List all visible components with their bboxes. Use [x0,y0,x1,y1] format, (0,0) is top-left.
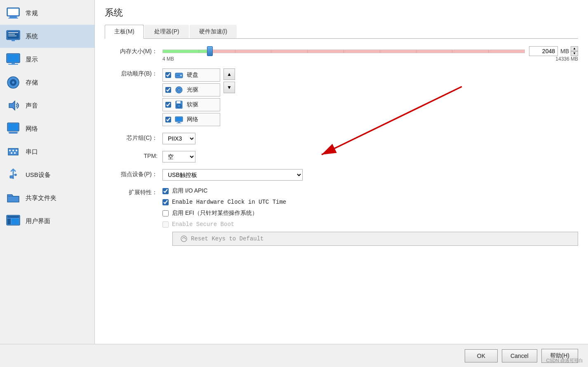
checkbox-hwclock[interactable] [162,199,169,205]
sidebar-label-usb: USB设备 [26,171,51,179]
svg-marker-47 [185,238,186,240]
tick [199,50,235,53]
tick-marks [163,50,524,53]
boot-checkbox-floppy[interactable] [165,102,171,108]
reset-keys-label: Reset Keys to Default [191,235,263,242]
boot-arrows: ▲ ▼ [223,68,235,93]
memory-row: 内存大小(M)： [105,46,578,62]
ok-button[interactable]: OK [465,349,498,362]
memory-spin-down[interactable]: ▼ [571,51,578,56]
tab-acceleration[interactable]: 硬件加速(l) [190,25,237,38]
boot-checkbox-optical[interactable] [165,87,171,93]
tick [308,50,344,53]
chipset-control: PIIX3 ICH9 [162,133,578,144]
pointing-device-control: USB触控板 PS/2鼠标 None [162,169,578,181]
boot-item-network[interactable]: 网络 [162,113,220,126]
optical-icon [174,85,183,94]
tpm-label: TPM: [105,151,162,159]
pointing-device-label: 指点设备(P)： [105,169,162,178]
pointing-device-select[interactable]: USB触控板 PS/2鼠标 None [162,169,303,181]
svg-point-21 [9,150,11,151]
svg-point-24 [11,152,12,154]
sidebar-label-ui: 用户界面 [26,217,50,225]
network-icon [6,121,21,136]
tab-processor[interactable]: 处理器(P) [145,25,189,38]
memory-spin-up[interactable]: ▲ [571,46,578,51]
tick [489,50,524,53]
sidebar-item-storage[interactable]: 存储 [0,71,94,94]
sidebar-item-shared[interactable]: 共享文件夹 [0,186,94,209]
sidebar: 常规 系统 显示 [0,0,95,344]
boot-arrow-up[interactable]: ▲ [223,68,235,80]
svg-rect-8 [8,35,16,36]
slider-max-label: 14336 MB [555,56,578,62]
cancel-button[interactable]: Cancel [502,349,537,362]
tab-motherboard[interactable]: 主板(M) [105,25,144,39]
svg-rect-7 [8,34,15,35]
svg-rect-18 [8,124,18,130]
svg-rect-29 [7,216,19,218]
ui-icon [6,214,21,228]
memory-unit: MB [560,48,569,54]
checkbox-secureboot[interactable] [162,221,169,228]
sidebar-item-display[interactable]: 显示 [0,48,94,71]
svg-rect-1 [9,16,17,18]
svg-point-25 [14,152,16,154]
svg-point-23 [16,150,17,151]
svg-point-22 [12,150,14,151]
sidebar-item-audio[interactable]: 声音 [0,94,94,117]
svg-rect-3 [8,9,19,15]
tick [416,50,453,53]
boot-label-floppy: 软驱 [187,101,198,108]
bottom-bar: OK Cancel 帮助(H) [0,344,588,367]
svg-rect-39 [176,101,181,104]
floppy-icon [174,100,183,109]
sidebar-item-general[interactable]: 常规 [0,2,94,25]
memory-value-input[interactable] [529,46,558,56]
tick [344,50,380,53]
svg-point-33 [180,75,182,76]
boot-label-optical: 光驱 [187,86,198,94]
reset-icon [180,235,188,242]
sidebar-item-ui[interactable]: 用户界面 [0,209,94,233]
sidebar-item-usb[interactable]: USB设备 [0,163,94,186]
chipset-select[interactable]: PIIX3 ICH9 [162,133,195,144]
content-area: 系统 主板(M) 处理器(P) 硬件加速(l) 内存大小(M)： [95,0,588,344]
boot-list: 硬盘 光驱 [162,68,220,126]
svg-rect-45 [176,123,181,123]
checkbox-ioapic[interactable] [162,188,169,194]
tick [452,50,489,53]
audio-icon [6,98,21,113]
sidebar-item-serial[interactable]: 串口 [0,140,94,163]
content-wrapper: 系统 主板(M) 处理器(P) 硬件加速(l) 内存大小(M)： [95,0,588,344]
memory-slider[interactable] [162,46,525,56]
checkbox-label-ioapic: 启用 I/O APIC [172,187,207,195]
reset-keys-button[interactable]: Reset Keys to Default [172,232,578,246]
svg-rect-9 [12,40,15,41]
svg-rect-13 [8,64,18,65]
svg-rect-11 [7,54,19,62]
chipset-label: 芯片组(C)： [105,133,162,142]
boot-checkbox-network[interactable] [165,117,171,122]
boot-item-optical[interactable]: 光驱 [162,83,220,96]
boot-arrow-down[interactable]: ▼ [223,82,235,93]
tpm-select[interactable]: 空 1.2 2.0 [162,151,195,162]
slider-thumb[interactable] [207,46,213,56]
sidebar-item-system[interactable]: 系统 [0,25,94,48]
checkbox-row-ioapic: 启用 I/O APIC [162,187,578,195]
sidebar-item-network[interactable]: 网络 [0,117,94,140]
boot-label-hdd: 硬盘 [187,71,198,79]
usb-icon [6,167,21,182]
system-icon [6,29,21,44]
checkbox-label-hwclock: Enable Hardware Clock in UTC Time [172,199,286,205]
svg-rect-6 [8,32,18,33]
tpm-row: TPM: 空 1.2 2.0 [105,151,578,162]
checkbox-efi[interactable] [162,210,169,216]
hdd-icon [174,71,183,80]
chipset-row: 芯片组(C)： PIIX3 ICH9 [105,133,578,144]
slider-track-bg [162,49,525,53]
boot-checkbox-hdd[interactable] [165,72,171,78]
monitor-icon [6,6,21,21]
boot-item-floppy[interactable]: 软驱 [162,98,220,111]
boot-item-hdd[interactable]: 硬盘 [162,68,220,82]
